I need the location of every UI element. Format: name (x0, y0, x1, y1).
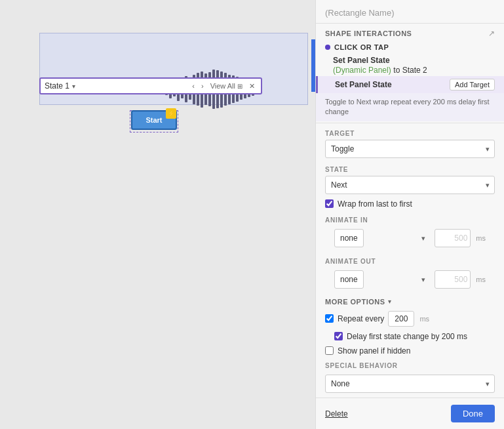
animate-out-select-wrapper: none (334, 270, 431, 289)
wrap-checkbox-row: Wrap from last to first (316, 197, 504, 211)
state-field-label: STATE (325, 166, 495, 173)
delay-first-checkbox-row: Delay first state change by 200 ms (316, 329, 504, 344)
add-target-button[interactable]: Add Target (450, 79, 495, 91)
set-panel-label: Set Panel State (333, 56, 390, 65)
description-text: Toggle to Next wrap repeat every 200 ms … (316, 93, 504, 121)
section-title: SHAPE INTERACTIONS (325, 30, 412, 37)
repeat-ms-unit: ms (419, 315, 429, 323)
dynamic-panel-link[interactable]: (Dynamic Panel) (333, 66, 391, 75)
animate-in-section: ANIMATE IN none ms (316, 211, 504, 253)
animate-out-row: none ms (325, 268, 495, 291)
repeat-input[interactable] (388, 311, 414, 327)
special-behavior-label: SPECIAL BEHAVIOR (325, 362, 495, 369)
click-or-tap-row: CLICK OR TAP (316, 41, 504, 54)
to-state-text: to State 2 (393, 66, 427, 75)
repeat-row: Repeat every ms (316, 308, 504, 329)
state-name: State 1 (45, 81, 69, 91)
delete-button[interactable]: Delete (325, 409, 348, 419)
animate-in-ms-input[interactable] (435, 229, 471, 247)
repeat-checkbox[interactable] (325, 314, 334, 323)
delay-first-checkbox[interactable] (334, 332, 343, 340)
click-or-tap-label: CLICK OR TAP (334, 43, 389, 51)
more-options-arrow-icon: ▾ (388, 298, 391, 305)
special-behavior-select-wrapper: None Disable drag during animation (316, 375, 504, 393)
state-section: STATE Next Previous State 1 State 2 (316, 161, 504, 197)
special-behavior-section: SPECIAL BEHAVIOR (316, 358, 504, 375)
animate-out-ms-unit: ms (476, 276, 486, 283)
right-panel: (Rectangle Name) SHAPE INTERACTIONS ↗ CL… (315, 0, 504, 429)
target-label: TARGET (325, 130, 495, 137)
more-options-label: MORE OPTIONS (325, 298, 385, 306)
target-select-wrapper: Toggle Previous Next Specific State (325, 140, 495, 158)
show-panel-checkbox[interactable] (325, 346, 334, 355)
animate-in-select[interactable]: none (334, 229, 364, 247)
set-panel-label2: Set Panel State (335, 80, 392, 89)
state-navigation: ‹ › View All ⊞ ✕ (190, 81, 257, 92)
grid-icon: ⊞ (237, 83, 242, 90)
more-options-row[interactable]: MORE OPTIONS ▾ (316, 294, 504, 308)
view-all-button[interactable]: View All ⊞ (208, 81, 244, 91)
target-select[interactable]: Toggle Previous Next Specific State (325, 140, 495, 158)
prev-state-button[interactable]: ‹ (190, 81, 197, 91)
canvas-area: State 1 ▾ ‹ › View All ⊞ ✕ Start ⚡ (0, 0, 315, 429)
lightning-badge: ⚡ (166, 108, 176, 119)
wrap-label: Wrap from last to first (338, 199, 412, 209)
set-panel-state-row2[interactable]: Set Panel State Add Target (316, 76, 504, 93)
animate-in-row: none ms (325, 226, 495, 250)
next-state-button[interactable]: › (199, 81, 206, 91)
scroll-indicator (311, 39, 315, 92)
external-link-icon[interactable]: ↗ (488, 29, 495, 38)
start-label: Start (145, 116, 162, 124)
interaction-dot (325, 45, 330, 50)
animate-in-ms-unit: ms (476, 234, 486, 242)
animate-out-section: ANIMATE OUT none ms (316, 253, 504, 294)
state-toolbar: State 1 ▾ ‹ › View All ⊞ ✕ (39, 77, 262, 94)
set-panel-state-row1: Set Panel State (Dynamic Panel) to State… (316, 54, 504, 76)
state-select-wrapper: Next Previous State 1 State 2 (325, 176, 495, 194)
state-label: State 1 ▾ (45, 81, 190, 91)
show-panel-label: Show panel if hidden (338, 346, 410, 356)
state-select[interactable]: Next Previous State 1 State 2 (325, 176, 495, 194)
animate-out-select[interactable]: none (334, 270, 364, 289)
animate-out-ms-input[interactable] (435, 270, 471, 289)
repeat-label: Repeat every (338, 314, 384, 323)
panel-title: (Rectangle Name) (325, 8, 395, 18)
state-dropdown-icon[interactable]: ▾ (72, 83, 75, 90)
divider1 (316, 123, 504, 123)
lightning-icon: ⚡ (168, 110, 175, 117)
shape-interactions-header: SHAPE INTERACTIONS ↗ (316, 24, 504, 41)
animate-out-label: ANIMATE OUT (325, 258, 495, 265)
delay-first-label: Delay first state change by 200 ms (347, 332, 467, 341)
show-panel-checkbox-row: Show panel if hidden (316, 344, 504, 358)
view-all-label: View All (210, 82, 235, 90)
animate-in-label: ANIMATE IN (325, 216, 495, 224)
animate-in-select-wrapper: none (334, 229, 431, 247)
special-behavior-select[interactable]: None Disable drag during animation (325, 375, 495, 393)
wrap-checkbox[interactable] (325, 199, 334, 208)
footer-row: Delete Done (316, 398, 504, 429)
done-button[interactable]: Done (451, 405, 495, 422)
target-section: TARGET Toggle Previous Next Specific Sta… (316, 125, 504, 161)
close-state-bar-button[interactable]: ✕ (247, 81, 257, 92)
panel-header: (Rectangle Name) (316, 0, 504, 24)
